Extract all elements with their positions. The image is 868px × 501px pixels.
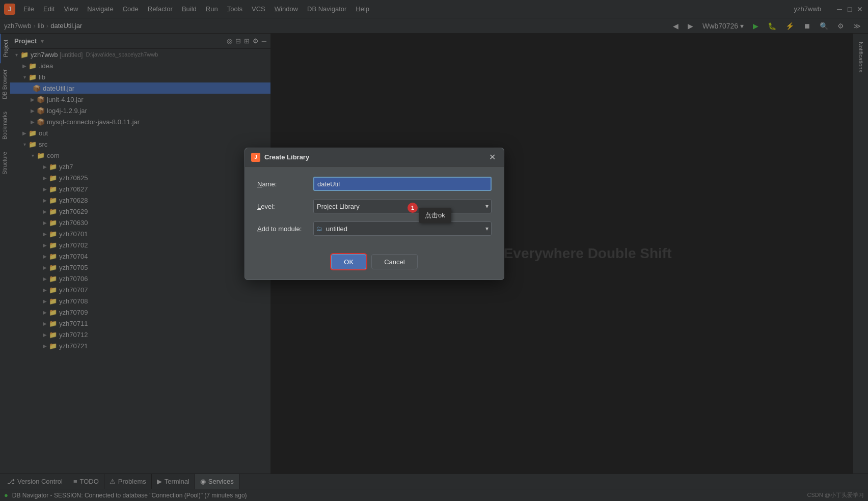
menu-help[interactable]: Help [351, 3, 373, 15]
tree-com[interactable]: ▾ 📁 com [10, 150, 270, 161]
dialog-module-row: Add to module: 🗂 untitled ▾ [257, 221, 492, 236]
minimize-panel-icon[interactable]: ─ [262, 37, 266, 45]
menu-window[interactable]: Window [270, 3, 302, 15]
dialog-app-icon: J [251, 153, 260, 162]
menu-build[interactable]: Build [178, 3, 201, 15]
maximize-button[interactable]: □ [846, 5, 854, 13]
expand-all-icon[interactable]: ⊞ [244, 37, 250, 45]
tree-yzh70711[interactable]: ▶ 📁 yzh70711 [10, 318, 270, 329]
tree-yzh70628[interactable]: ▶ 📁 yzh70628 [10, 194, 270, 206]
tree-yzh70707[interactable]: ▶ 📁 yzh70707 [10, 284, 270, 295]
notifications-tab[interactable]: Notifications [858, 38, 864, 76]
tree-idea[interactable]: ▶ 📁 .idea [10, 60, 270, 71]
tab-version-control[interactable]: ⎇ Version Control [2, 474, 68, 489]
tree-yzh70721[interactable]: ▶ 📁 yzh70721 [10, 340, 270, 351]
close-button[interactable]: ✕ [856, 5, 864, 13]
settings-gear-icon[interactable]: ⚙ [253, 37, 259, 45]
stop-button[interactable]: ⏹ [800, 21, 813, 31]
search-everywhere-button[interactable]: 🔍 [817, 21, 831, 31]
breadcrumb-bar: yzh7wwb › lib › dateUtil.jar ◀ ▶ Wwb7072… [0, 18, 868, 34]
forward-button[interactable]: ▶ [685, 21, 696, 31]
minimize-button[interactable]: ─ [835, 5, 844, 13]
settings-button[interactable]: ⚙ [834, 21, 847, 31]
tree-dateutiljar[interactable]: 📦 dateUtil.jar [10, 82, 270, 94]
tree-junit[interactable]: ▶ 📦 junit-4.10.jar [10, 94, 270, 105]
menu-db-navigator[interactable]: DB Navigator [303, 3, 350, 15]
tree-root[interactable]: ▾ 📁 yzh7wwb [untitled] D:\java\idea_spac… [10, 49, 270, 60]
tree-mysql[interactable]: ▶ 📦 mysql-connector-java-8.0.11.jar [10, 116, 270, 127]
junit-arrow: ▶ [29, 95, 37, 103]
src-name: src [39, 141, 47, 148]
ok-button[interactable]: OK [331, 254, 366, 269]
create-library-dialog: J Create Library ✕ Name: Level: Project … [245, 148, 504, 280]
tree-lib[interactable]: ▾ 📁 lib [10, 71, 270, 82]
dialog-name-input[interactable] [313, 177, 492, 191]
title-project-name: yzh7wwb [794, 5, 821, 13]
tree-yzh70630[interactable]: ▶ 📁 yzh70630 [10, 217, 270, 228]
locate-icon[interactable]: ◎ [227, 37, 232, 45]
menu-navigate[interactable]: Navigate [83, 3, 117, 15]
tree-out[interactable]: ▶ 📁 out [10, 127, 270, 138]
dialog-close-button[interactable]: ✕ [487, 151, 498, 163]
src-arrow: ▾ [20, 140, 29, 148]
root-path: D:\java\idea_space\yzh7wwb [86, 51, 158, 58]
tree-src[interactable]: ▾ 📁 src [10, 138, 270, 150]
tab-services[interactable]: ◉ Services [195, 474, 239, 489]
tab-terminal[interactable]: ▶ Terminal [152, 474, 195, 489]
breadcrumb-lib[interactable]: lib [38, 22, 44, 30]
run-button[interactable]: ▶ [750, 21, 762, 31]
left-tab-structure[interactable]: Structure [0, 146, 10, 181]
todo-icon: ≡ [73, 478, 77, 485]
tree-yzh70629[interactable]: ▶ 📁 yzh70629 [10, 206, 270, 217]
log4j-icon: 📦 [37, 106, 45, 115]
coverage-button[interactable]: ⚡ [782, 21, 797, 31]
tree-yzh70627[interactable]: ▶ 📁 yzh70627 [10, 183, 270, 194]
tree-yzh70702[interactable]: ▶ 📁 yzh70702 [10, 239, 270, 250]
tree-yzh70704[interactable]: ▶ 📁 yzh70704 [10, 250, 270, 262]
tree-yzh70706[interactable]: ▶ 📁 yzh70706 [10, 273, 270, 284]
tab-todo[interactable]: ≡ TODO [68, 474, 104, 489]
menu-file[interactable]: File [19, 3, 38, 15]
project-panel-title: Project [14, 37, 37, 45]
right-sidebar: Notifications [853, 34, 868, 474]
project-tree: ▾ 📁 yzh7wwb [untitled] D:\java\idea_spac… [10, 49, 270, 474]
log4j-name: log4j-1.2.9.jar [47, 107, 87, 115]
left-tab-db-browser[interactable]: DB Browser [0, 63, 10, 105]
menu-code[interactable]: Code [119, 3, 143, 15]
menu-tools[interactable]: Tools [223, 3, 247, 15]
dialog-module-label: Add to module: [257, 225, 313, 233]
dialog-module-select[interactable]: untitled [313, 221, 492, 236]
more-button[interactable]: ≫ [850, 21, 864, 31]
menu-refactor[interactable]: Refactor [144, 3, 177, 15]
tree-log4j[interactable]: ▶ 📦 log4j-1.2.9.jar [10, 105, 270, 116]
left-tab-bookmarks[interactable]: Bookmarks [0, 105, 10, 146]
menu-view[interactable]: View [60, 3, 82, 15]
menu-edit[interactable]: Edit [39, 3, 59, 15]
tree-yzh70701[interactable]: ▶ 📁 yzh70701 [10, 228, 270, 239]
collapse-all-icon[interactable]: ⊟ [235, 37, 241, 45]
breadcrumb-sep-1: › [33, 22, 35, 30]
idea-arrow: ▶ [20, 62, 29, 70]
left-tab-project[interactable]: Project [0, 34, 10, 63]
breadcrumb-file[interactable]: dateUtil.jar [50, 22, 82, 30]
tree-yzh7[interactable]: ▶ 📁 yzh7 [10, 161, 270, 172]
app-icon: J [4, 4, 15, 15]
project-panel-header: Project ▾ ◎ ⊟ ⊞ ⚙ ─ [10, 34, 270, 49]
tree-yzh70712[interactable]: ▶ 📁 yzh70712 [10, 329, 270, 340]
back-button[interactable]: ◀ [670, 21, 682, 31]
panel-dropdown-icon[interactable]: ▾ [41, 38, 44, 45]
tree-yzh70709[interactable]: ▶ 📁 yzh70709 [10, 307, 270, 318]
debug-button[interactable]: 🐛 [765, 21, 779, 31]
status-icon: ● [4, 491, 8, 499]
tree-yzh70708[interactable]: ▶ 📁 yzh70708 [10, 295, 270, 307]
com-folder-icon: 📁 [37, 151, 45, 159]
menu-run[interactable]: Run [202, 3, 222, 15]
breadcrumb-project[interactable]: yzh7wwb [4, 22, 31, 30]
tab-problems[interactable]: ⚠ Problems [104, 474, 152, 489]
run-config-dropdown[interactable]: Wwb70726 ▾ [699, 21, 747, 31]
tree-yzh70705[interactable]: ▶ 📁 yzh70705 [10, 262, 270, 273]
dialog-level-select[interactable]: Project Library Module Library Global Li… [313, 199, 492, 213]
tree-yzh70625[interactable]: ▶ 📁 yzh70625 [10, 172, 270, 183]
menu-vcs[interactable]: VCS [248, 3, 269, 15]
cancel-button[interactable]: Cancel [371, 254, 417, 269]
